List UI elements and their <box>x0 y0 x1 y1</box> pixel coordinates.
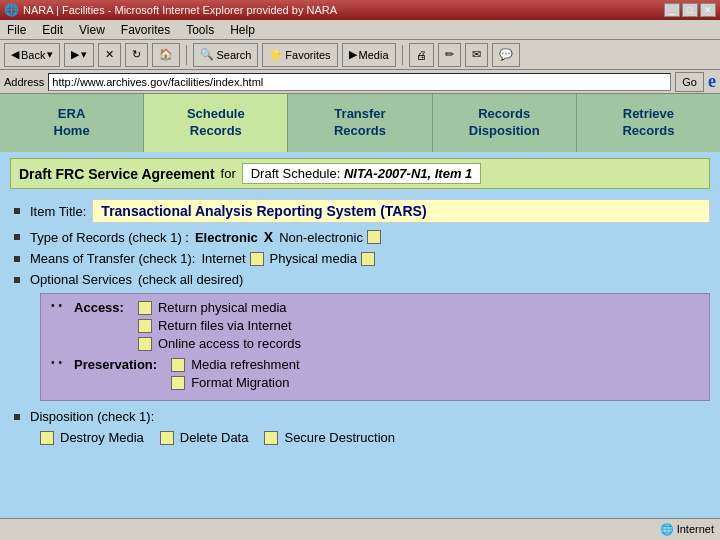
type-electronic-value: Electronic <box>195 230 258 245</box>
menu-view[interactable]: View <box>76 22 108 38</box>
access-checkbox-0[interactable] <box>138 301 152 315</box>
close-button[interactable]: ✕ <box>700 3 716 17</box>
mail-button[interactable]: ✉ <box>465 43 488 67</box>
title-bar-controls[interactable]: _ □ ✕ <box>664 3 716 17</box>
preservation-options: Media refreshment Format Migration <box>171 357 299 390</box>
preservation-checkbox-1[interactable] <box>171 376 185 390</box>
edit-button[interactable]: ✏ <box>438 43 461 67</box>
printer-icon: 🖨 <box>416 49 427 61</box>
bullet-type <box>14 234 20 240</box>
ie-branding: e <box>708 71 716 92</box>
stop-icon: ✕ <box>105 48 114 61</box>
address-input[interactable] <box>48 73 671 91</box>
minimize-button[interactable]: _ <box>664 3 680 17</box>
stop-button[interactable]: ✕ <box>98 43 121 67</box>
bullet-means <box>14 256 20 262</box>
access-checkbox-1[interactable] <box>138 319 152 333</box>
menu-tools[interactable]: Tools <box>183 22 217 38</box>
item-title-label: Item Title: <box>30 204 86 219</box>
forward-button[interactable]: ▶ ▾ <box>64 43 94 67</box>
access-bullet-dot: • <box>51 300 55 311</box>
favorites-button[interactable]: ⭐ Favorites <box>262 43 337 67</box>
bullet-disposition <box>14 414 20 420</box>
means-internet-checkbox[interactable] <box>250 252 264 266</box>
access-bullet-dot2: • <box>59 300 63 311</box>
refresh-icon: ↻ <box>132 48 141 61</box>
destroy-label: Destroy Media <box>60 430 144 445</box>
optional-services-row: Optional Services (check all desired) <box>10 272 710 287</box>
means-internet-option: Internet <box>201 251 263 266</box>
type-x-mark: X <box>264 229 273 245</box>
home-icon: 🏠 <box>159 48 173 61</box>
menu-edit[interactable]: Edit <box>39 22 66 38</box>
home-button[interactable]: 🏠 <box>152 43 180 67</box>
ie-icon: 🌐 <box>4 3 19 17</box>
go-button[interactable]: Go <box>675 72 704 92</box>
disposition-secure: Secure Destruction <box>264 430 395 445</box>
secure-checkbox[interactable] <box>264 431 278 445</box>
internet-zone: 🌐 Internet <box>660 523 714 536</box>
nav-tabs: ERAHome ScheduleRecords TransferRecords … <box>0 94 720 152</box>
preservation-bullet-dot2: • <box>59 357 63 368</box>
search-button[interactable]: 🔍 Search <box>193 43 258 67</box>
tab-records-disposition[interactable]: RecordsDisposition <box>433 94 577 152</box>
delete-label: Delete Data <box>180 430 249 445</box>
draft-schedule: Draft Schedule: NITA-2007-N1, Item 1 <box>242 163 482 184</box>
access-option-2: Online access to records <box>138 336 301 351</box>
tab-transfer-records[interactable]: TransferRecords <box>288 94 432 152</box>
edit-icon: ✏ <box>445 48 454 61</box>
preservation-option-0: Media refreshment <box>171 357 299 372</box>
optional-sub: (check all desired) <box>138 272 244 287</box>
access-options: Return physical media Return files via I… <box>138 300 301 351</box>
means-physical-checkbox[interactable] <box>361 252 375 266</box>
media-button[interactable]: ▶ Media <box>342 43 396 67</box>
access-option-label-1: Return files via Internet <box>158 318 292 333</box>
disposition-delete: Delete Data <box>160 430 249 445</box>
status-bar: 🌐 Internet <box>0 518 720 540</box>
access-option-label-2: Online access to records <box>158 336 301 351</box>
services-box: • • Access: Return physical media Return… <box>40 293 710 401</box>
type-nonelectronic-option: Non-electronic <box>279 230 381 245</box>
forward-arrow-icon: ▶ <box>71 48 79 61</box>
tab-schedule-records[interactable]: ScheduleRecords <box>144 94 288 152</box>
toolbar-separator-2 <box>402 45 403 65</box>
refresh-button[interactable]: ↻ <box>125 43 148 67</box>
menu-favorites[interactable]: Favorites <box>118 22 173 38</box>
search-icon: 🔍 <box>200 48 214 61</box>
disposition-row: Disposition (check 1): <box>10 409 710 424</box>
destroy-checkbox[interactable] <box>40 431 54 445</box>
print-button[interactable]: 🖨 <box>409 43 434 67</box>
preservation-section: • • Preservation: Media refreshment Form… <box>51 357 699 390</box>
means-physical-label: Physical media <box>270 251 357 266</box>
toolbar-separator-1 <box>186 45 187 65</box>
access-checkbox-2[interactable] <box>138 337 152 351</box>
forward-dropdown-icon[interactable]: ▾ <box>81 48 87 61</box>
back-arrow-icon: ◀ <box>11 48 19 61</box>
maximize-button[interactable]: □ <box>682 3 698 17</box>
messenger-button[interactable]: 💬 <box>492 43 520 67</box>
preservation-checkbox-0[interactable] <box>171 358 185 372</box>
media-icon: ▶ <box>349 48 357 61</box>
toolbar: ◀ Back ▾ ▶ ▾ ✕ ↻ 🏠 🔍 Search ⭐ Favorites … <box>0 40 720 70</box>
window-title: NARA | Facilities - Microsoft Internet E… <box>23 4 337 16</box>
tab-era-home[interactable]: ERAHome <box>0 94 144 152</box>
means-physical-option: Physical media <box>270 251 375 266</box>
address-label: Address <box>4 76 44 88</box>
back-dropdown-icon[interactable]: ▾ <box>47 48 53 61</box>
menu-file[interactable]: File <box>4 22 29 38</box>
optional-label: Optional Services <box>30 272 132 287</box>
preservation-bullet-dot: • <box>51 357 55 368</box>
menu-help[interactable]: Help <box>227 22 258 38</box>
address-bar: Address Go e <box>0 70 720 94</box>
star-icon: ⭐ <box>269 48 283 61</box>
type-nonelectronic-checkbox[interactable] <box>367 230 381 244</box>
item-title-value: Transactional Analysis Reporting System … <box>92 199 710 223</box>
back-button[interactable]: ◀ Back ▾ <box>4 43 60 67</box>
access-option-label-0: Return physical media <box>158 300 287 315</box>
delete-checkbox[interactable] <box>160 431 174 445</box>
disposition-destroy: Destroy Media <box>40 430 144 445</box>
title-bar: 🌐 NARA | Facilities - Microsoft Internet… <box>0 0 720 20</box>
tab-retrieve-records[interactable]: RetrieveRecords <box>577 94 720 152</box>
preservation-option-label-0: Media refreshment <box>191 357 299 372</box>
menu-bar: File Edit View Favorites Tools Help <box>0 20 720 40</box>
